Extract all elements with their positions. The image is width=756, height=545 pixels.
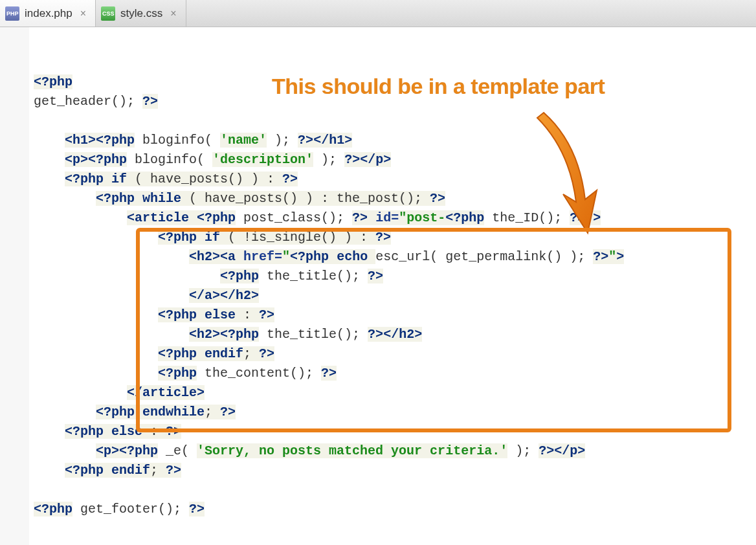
- code-content[interactable]: <?php get_header(); ?> <h1><?php bloginf…: [34, 72, 624, 519]
- css-file-icon: CSS: [101, 6, 115, 21]
- editor[interactable]: <?php get_header(); ?> <h1><?php bloginf…: [0, 27, 756, 545]
- tab-label: style.css: [120, 7, 162, 20]
- tab-bar: PHP index.php × CSS style.css ×: [0, 0, 756, 27]
- close-icon[interactable]: ×: [168, 8, 179, 19]
- tab-label: index.php: [25, 7, 72, 20]
- gutter: [0, 27, 29, 545]
- annotation-text: This should be in a template part: [272, 74, 605, 99]
- close-icon[interactable]: ×: [78, 8, 89, 19]
- tab-style-css[interactable]: CSS style.css ×: [96, 0, 186, 27]
- php-file-icon: PHP: [5, 6, 19, 21]
- tab-index-php[interactable]: PHP index.php ×: [0, 0, 96, 27]
